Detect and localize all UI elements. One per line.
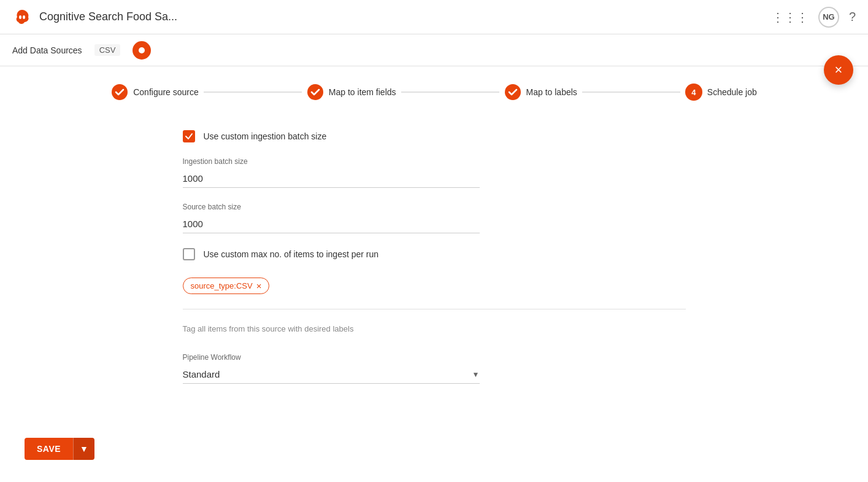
status-dot[interactable] — [133, 41, 151, 60]
step-3-icon — [504, 84, 521, 101]
svg-point-2 — [112, 84, 128, 100]
source-batch-label: Source batch size — [183, 203, 686, 211]
source-type-badge: CSV — [94, 44, 121, 56]
header-right: ⋮⋮⋮ NG ? — [772, 7, 856, 28]
step-1: Configure source — [111, 84, 199, 101]
breadcrumb: Add Data Sources — [12, 45, 82, 55]
step-3-label: Map to labels — [526, 87, 577, 97]
avatar[interactable]: NG — [818, 7, 839, 28]
step-1-icon — [111, 84, 128, 101]
close-button[interactable]: × — [824, 55, 853, 85]
ingestion-batch-input[interactable] — [183, 169, 480, 188]
svg-point-0 — [19, 15, 21, 19]
save-dropdown-button[interactable]: ▼ — [73, 438, 94, 460]
divider-1 — [183, 309, 686, 309]
chevron-down-icon: ▼ — [80, 444, 88, 454]
save-button[interactable]: SAVE — [25, 438, 73, 460]
pipeline-select-wrapper: Standard Advanced Custom ▼ — [183, 365, 480, 384]
svg-point-3 — [307, 84, 323, 100]
source-batch-group: Source batch size — [183, 203, 686, 233]
stepper: Configure source Map to item fields Map … — [0, 66, 868, 118]
custom-max-label: Use custom max no. of items to ingest pe… — [204, 249, 379, 259]
custom-batch-checkbox[interactable] — [183, 130, 195, 142]
connector-3 — [582, 91, 680, 93]
app-title: Cognitive Search Food Sa... — [39, 10, 177, 23]
pipeline-select[interactable]: Standard Advanced Custom — [183, 365, 480, 384]
pipeline-group: Pipeline Workflow Standard Advanced Cust… — [183, 353, 686, 384]
grid-icon[interactable]: ⋮⋮⋮ — [772, 10, 808, 25]
header-left: Cognitive Search Food Sa... — [12, 7, 177, 27]
subheader: Add Data Sources CSV — [0, 34, 868, 66]
step-3: Map to labels — [504, 84, 577, 101]
ingestion-batch-label: Ingestion batch size — [183, 157, 686, 166]
logo-icon — [12, 7, 32, 27]
connector-1 — [204, 91, 302, 93]
step-1-label: Configure source — [133, 87, 199, 97]
close-icon: × — [835, 63, 843, 77]
pipeline-label: Pipeline Workflow — [183, 353, 686, 362]
custom-max-row: Use custom max no. of items to ingest pe… — [183, 248, 686, 260]
step-2-label: Map to item fields — [329, 87, 396, 97]
step-4-icon: 4 — [685, 84, 702, 101]
connector-2 — [401, 91, 499, 93]
source-batch-input[interactable] — [183, 215, 480, 233]
help-icon[interactable]: ? — [849, 10, 856, 24]
main-content: Use custom ingestion batch size Ingestio… — [158, 118, 710, 411]
step-4: 4 Schedule job — [685, 84, 757, 101]
tag-chip-label: source_type:CSV — [191, 281, 253, 290]
custom-batch-label: Use custom ingestion batch size — [204, 131, 327, 141]
tag-hint-text: Tag all items from this source with desi… — [183, 324, 686, 333]
svg-point-1 — [23, 15, 25, 19]
source-type-tag: source_type:CSV × — [183, 278, 270, 294]
header: Cognitive Search Food Sa... ⋮⋮⋮ NG ? — [0, 0, 868, 34]
save-bar: SAVE ▼ — [0, 428, 119, 470]
custom-max-checkbox[interactable] — [183, 248, 195, 260]
step-4-label: Schedule job — [707, 87, 757, 97]
step-2: Map to item fields — [307, 84, 396, 101]
tag-chip-close-icon[interactable]: × — [256, 281, 262, 290]
custom-batch-row: Use custom ingestion batch size — [183, 130, 686, 142]
ingestion-batch-group: Ingestion batch size — [183, 157, 686, 188]
step-2-icon — [307, 84, 324, 101]
svg-point-4 — [505, 84, 521, 100]
